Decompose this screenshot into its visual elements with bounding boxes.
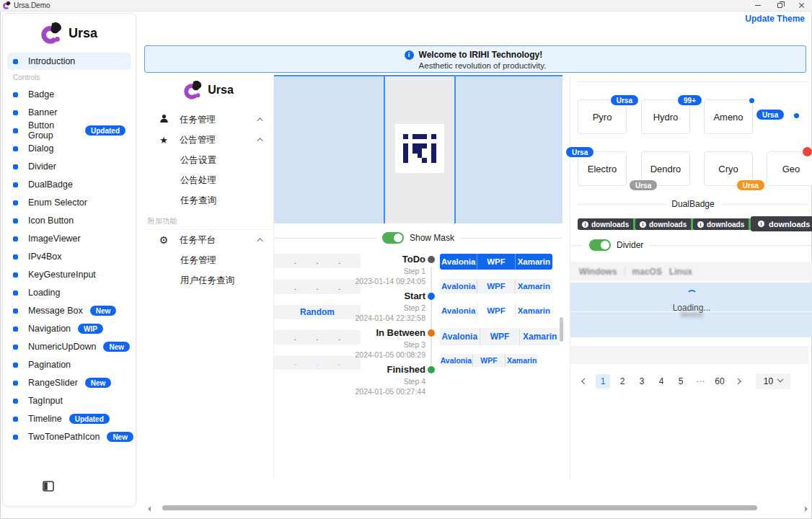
button-wpf[interactable]: WPF <box>477 279 514 293</box>
maximize-button[interactable] <box>769 0 790 12</box>
close-button[interactable] <box>790 0 812 12</box>
sidebar-item-dualbadge[interactable]: DualBadge <box>7 176 131 193</box>
sidebar-item-divider[interactable]: Divider <box>7 158 131 175</box>
viewer-mask-left <box>274 76 384 223</box>
sidebar-item-taginput[interactable]: TagInput <box>7 392 131 409</box>
ursa-logo-icon <box>184 81 203 99</box>
ursa-badge: Ursa <box>611 95 638 105</box>
chevron-up-icon <box>257 117 262 123</box>
button-xamarin[interactable]: Xamarin <box>515 303 552 318</box>
status-badge: New <box>85 378 112 388</box>
button-avalonia[interactable]: Avalonia <box>440 303 477 318</box>
page-ellipsis[interactable]: ⋯ <box>693 374 707 389</box>
pagination: 1 2 3 4 5 ⋯ 60 10 <box>576 373 790 389</box>
sidebar-item-icon-button[interactable]: Icon Button <box>7 212 131 229</box>
button-xamarin[interactable]: Xamarin <box>519 328 560 345</box>
sidebar-item-ipv4box[interactable]: IPv4Box <box>7 248 131 265</box>
sidebar-item-dialog[interactable]: Dialog <box>7 140 131 157</box>
masked-text: Stretch <box>680 311 703 319</box>
ursa-badge-orange: Ursa <box>737 180 764 190</box>
nav-item-task-management[interactable]: 任务管理 <box>144 110 273 130</box>
nav-item-announcement-management[interactable]: 公告管理 <box>144 130 273 150</box>
sidebar-item-banner[interactable]: Banner <box>7 104 131 121</box>
dot-badge <box>749 98 754 103</box>
nav-item-task-management-child[interactable]: 任务管理 <box>144 250 273 270</box>
sidebar-item-twotonepathicon[interactable]: TwoTonePathIconNew <box>7 428 131 445</box>
button-wpf[interactable]: WPF <box>477 303 514 318</box>
next-page-button[interactable] <box>732 374 746 389</box>
status-badge: New <box>103 342 130 352</box>
sidebar-item-button-group[interactable]: Button GroupUpdated <box>7 122 131 139</box>
show-mask-toggle[interactable] <box>382 232 404 244</box>
nav-item-task-query[interactable]: 任务查询 <box>144 190 273 210</box>
nav-item-task-platform[interactable]: 任务平台 <box>144 230 273 250</box>
nav-item-user-task-query[interactable]: 用户任务查询 <box>144 270 273 290</box>
button-xamarin[interactable]: Xamarin <box>515 254 552 270</box>
button-wpf[interactable]: WPF <box>480 328 520 345</box>
button-avalonia[interactable]: Avalonia <box>440 328 480 345</box>
button-avalonia[interactable]: Avalonia <box>440 354 472 367</box>
badge-card-cryo: Cryo Ursa <box>704 151 753 186</box>
bullet-icon <box>13 254 18 260</box>
page-button-last[interactable]: 60 <box>712 374 727 389</box>
previous-page-button[interactable] <box>576 374 591 389</box>
sidebar-item-badge[interactable]: Badge <box>7 86 131 103</box>
sidebar-item-numericupdown[interactable]: NumericUpDownNew <box>7 338 131 355</box>
nav-item-announcement-processing[interactable]: 公告处理 <box>144 170 273 190</box>
sidebar-item-loading[interactable]: Loading <box>7 284 131 301</box>
bullet-icon <box>13 309 18 314</box>
timeline-dot-todo <box>428 256 435 263</box>
page-size-select[interactable]: 10 <box>756 373 790 389</box>
divider-toggle[interactable] <box>589 239 611 251</box>
page-button-5[interactable]: 5 <box>674 374 688 389</box>
person-icon <box>159 114 169 125</box>
sidebar-item-introduction[interactable]: Introduction <box>7 53 131 70</box>
scroll-left-arrow[interactable] <box>148 506 151 512</box>
image-viewer[interactable] <box>274 75 562 223</box>
page-button-1[interactable]: 1 <box>596 374 610 389</box>
button-group-secondary: Avalonia WPF Xamarin <box>440 279 552 293</box>
restore-icon <box>777 3 782 8</box>
sidebar-item-message-box[interactable]: Message BoxNew <box>7 302 131 319</box>
welcome-banner: Welcome to IRIHI Technology! Aesthetic r… <box>144 45 806 73</box>
sidebar-item-keygestureinput[interactable]: KeyGestureInput <box>7 266 131 283</box>
sidebar-item-navigation[interactable]: NavigationWIP <box>7 320 131 337</box>
horizontal-scrollbar-thumb[interactable] <box>162 505 757 510</box>
update-theme-button[interactable]: Update Theme <box>745 14 805 24</box>
status-badge: New <box>107 432 133 442</box>
show-mask-label: Show Mask <box>410 233 454 243</box>
sidebar-item-imageviewer[interactable]: ImageViewer <box>7 230 131 247</box>
tab-windows[interactable]: Windows <box>579 267 617 277</box>
status-badge: WIP <box>78 324 103 334</box>
sidebar-item-timeline[interactable]: TimelineUpdated <box>7 410 131 427</box>
button-wpf[interactable]: WPF <box>477 254 514 270</box>
scroll-right-arrow[interactable] <box>805 506 808 512</box>
sidebar-item-rangeslider[interactable]: RangeSliderNew <box>7 374 131 391</box>
ursa-badge-grey: Ursa <box>630 180 657 190</box>
button-avalonia[interactable]: Avalonia <box>440 279 477 293</box>
status-badge: Updated <box>69 414 110 424</box>
button-group-primary: Avalonia WPF Xamarin <box>440 254 552 270</box>
tab-macos[interactable]: macOS <box>632 267 662 277</box>
button-xamarin[interactable]: Xamarin <box>505 354 538 367</box>
bullet-icon <box>13 182 18 187</box>
gear-icon <box>159 234 169 246</box>
page-button-4[interactable]: 4 <box>654 374 668 389</box>
tab-linux[interactable]: Linux <box>669 267 692 277</box>
button-avalonia[interactable]: Avalonia <box>440 254 477 270</box>
sidebar-item-enum-selector[interactable]: Enum Selector <box>7 194 131 211</box>
bullet-icon <box>13 59 18 64</box>
minimize-button[interactable] <box>747 0 769 12</box>
page-button-2[interactable]: 2 <box>615 374 630 389</box>
divider-line <box>578 81 808 82</box>
status-badge: New <box>90 306 117 316</box>
titlebar: Ursa.Demo <box>0 0 812 12</box>
button-wpf[interactable]: WPF <box>472 354 506 367</box>
sidebar-item-pagination[interactable]: Pagination <box>7 356 131 373</box>
page-button-3[interactable]: 3 <box>635 374 649 389</box>
badge-card-electro: Electro Ursa <box>578 151 627 186</box>
vertical-scrollbar-thumb[interactable] <box>560 317 563 342</box>
button-xamarin[interactable]: Xamarin <box>515 279 552 293</box>
collapse-sidebar-button[interactable] <box>43 481 54 494</box>
nav-item-announcement-settings[interactable]: 公告设置 <box>144 150 273 170</box>
